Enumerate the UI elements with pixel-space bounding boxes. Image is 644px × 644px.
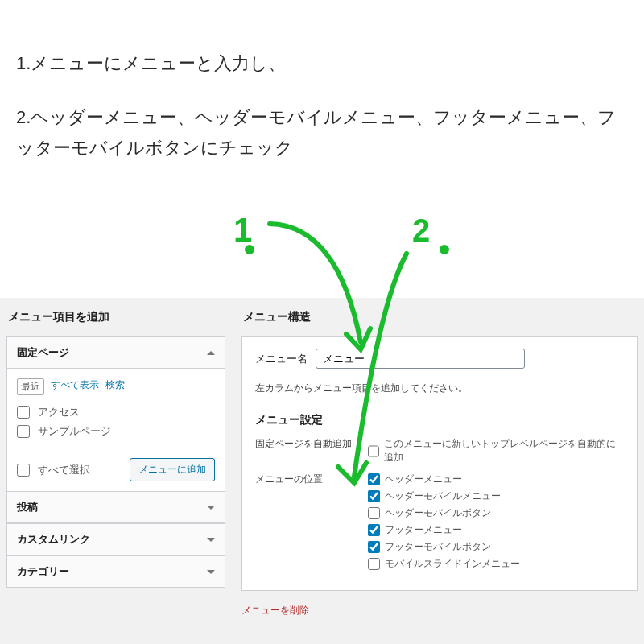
pos-header-mobile-menu: ヘッダーモバイルメニュー	[368, 489, 520, 503]
panel-posts[interactable]: 投稿	[7, 491, 225, 523]
pos-header-menu-label: ヘッダーメニュー	[385, 473, 462, 486]
pos-header-mobile-menu-label: ヘッダーモバイルメニュー	[385, 489, 501, 503]
pos-footer-menu: フッターメニュー	[368, 523, 520, 537]
add-to-menu-button[interactable]: メニューに追加	[130, 458, 215, 481]
chevron-up-icon	[207, 351, 215, 355]
panel-custom-link[interactable]: カスタムリンク	[7, 523, 225, 555]
item-access-label: アクセス	[38, 405, 80, 419]
menu-name-label: メニュー名	[255, 352, 308, 366]
tab-show-all[interactable]: すべて表示	[51, 378, 99, 395]
item-sample-row: サンプルページ	[17, 424, 215, 439]
pos-header-menu-checkbox[interactable]	[368, 473, 380, 485]
instruction-1: 1.メニューにメニューと入力し、	[16, 48, 628, 78]
pos-footer-mobile-buttons-checkbox[interactable]	[368, 541, 380, 553]
auto-add-label: 固定ページを自動追加	[255, 437, 360, 451]
menu-name-input[interactable]	[316, 349, 525, 369]
add-items-column: メニュー項目を追加 固定ページ 最近 すべて表示 検索 アクセス サンプルペー	[0, 298, 225, 644]
panel-fixed-page-label: 固定ページ	[17, 345, 69, 360]
fixed-page-footer: すべて選択 メニューに追加	[7, 453, 225, 491]
svg-text:1: 1	[233, 211, 252, 249]
pos-mobile-slidein-checkbox[interactable]	[368, 558, 380, 570]
auto-add-option-label: このメニューに新しいトップレベルページを自動的に追加	[384, 437, 624, 464]
pos-header-mobile-buttons-checkbox[interactable]	[368, 507, 380, 519]
panel-custom-link-label: カスタムリンク	[17, 532, 90, 547]
menu-settings-title: メニュー設定	[255, 413, 624, 427]
tab-recent[interactable]: 最近	[17, 378, 44, 395]
auto-add-checkbox[interactable]	[368, 445, 379, 457]
position-opts: ヘッダーメニュー ヘッダーモバイルメニュー ヘッダーモバイルボタン フッターメニ…	[368, 473, 520, 571]
instructions-block: 1.メニューにメニューと入力し、 2.ヘッダーメニュー、ヘッダーモバイルメニュー…	[0, 0, 644, 195]
position-label: メニューの位置	[255, 473, 360, 486]
panel-fixed-page[interactable]: 固定ページ	[7, 337, 225, 369]
chevron-down-icon	[207, 570, 215, 574]
select-all-row: すべて選択	[17, 463, 90, 477]
select-all-checkbox[interactable]	[17, 464, 30, 477]
accordion: 固定ページ 最近 すべて表示 検索 アクセス サンプルページ	[6, 336, 225, 588]
pos-mobile-slidein: モバイルスライドインメニュー	[368, 557, 520, 571]
add-items-title: メニュー項目を追加	[8, 310, 225, 324]
svg-point-3	[442, 247, 447, 252]
chevron-down-icon	[207, 506, 215, 510]
item-access-row: アクセス	[17, 405, 215, 419]
panel-posts-label: 投稿	[17, 500, 38, 514]
pos-header-mobile-menu-checkbox[interactable]	[368, 490, 380, 502]
pos-header-mobile-buttons: ヘッダーモバイルボタン	[368, 506, 520, 520]
help-text: 左カラムからメニュー項目を追加してください。	[255, 382, 624, 395]
position-row: メニューの位置 ヘッダーメニュー ヘッダーモバイルメニュー ヘッダーモバイルボタ…	[255, 473, 624, 571]
panel-category[interactable]: カテゴリー	[7, 555, 225, 587]
item-sample-label: サンプルページ	[38, 424, 111, 439]
page-tabs: 最近 すべて表示 検索	[17, 378, 215, 395]
pos-header-mobile-buttons-label: ヘッダーモバイルボタン	[385, 506, 491, 520]
structure-panel: メニュー名 左カラムからメニュー項目を追加してください。 メニュー設定 固定ペー…	[242, 336, 638, 591]
menu-name-row: メニュー名	[255, 349, 624, 369]
auto-add-row: 固定ページを自動追加 このメニューに新しいトップレベルページを自動的に追加	[255, 437, 624, 464]
panel-category-label: カテゴリー	[17, 564, 69, 579]
pos-footer-menu-checkbox[interactable]	[368, 524, 380, 536]
svg-text:2: 2	[412, 213, 430, 248]
tab-search[interactable]: 検索	[105, 378, 125, 395]
pos-mobile-slidein-label: モバイルスライドインメニュー	[385, 557, 520, 571]
select-all-label: すべて選択	[38, 463, 90, 477]
delete-menu-link[interactable]: メニューを削除	[242, 604, 309, 617]
item-sample-checkbox[interactable]	[17, 425, 30, 438]
admin-panel: メニュー項目を追加 固定ページ 最近 すべて表示 検索 アクセス サンプルペー	[0, 298, 644, 644]
item-access-checkbox[interactable]	[17, 406, 30, 419]
instruction-2: 2.ヘッダーメニュー、ヘッダーモバイルメニュー、フッターメニュー、フッターモバイ…	[16, 102, 628, 163]
pos-header-menu: ヘッダーメニュー	[368, 473, 520, 486]
auto-add-opts: このメニューに新しいトップレベルページを自動的に追加	[368, 437, 624, 464]
fixed-page-body: 最近 すべて表示 検索 アクセス サンプルページ	[7, 369, 225, 453]
pos-footer-mobile-buttons-label: フッターモバイルボタン	[385, 540, 491, 554]
menu-structure-column: メニュー構造 メニュー名 左カラムからメニュー項目を追加してください。 メニュー…	[225, 298, 644, 644]
auto-add-option: このメニューに新しいトップレベルページを自動的に追加	[368, 437, 624, 464]
pos-footer-menu-label: フッターメニュー	[385, 523, 462, 537]
chevron-down-icon	[207, 538, 215, 542]
menu-structure-title: メニュー構造	[243, 310, 638, 324]
pos-footer-mobile-buttons: フッターモバイルボタン	[368, 540, 520, 554]
svg-point-1	[247, 247, 252, 252]
